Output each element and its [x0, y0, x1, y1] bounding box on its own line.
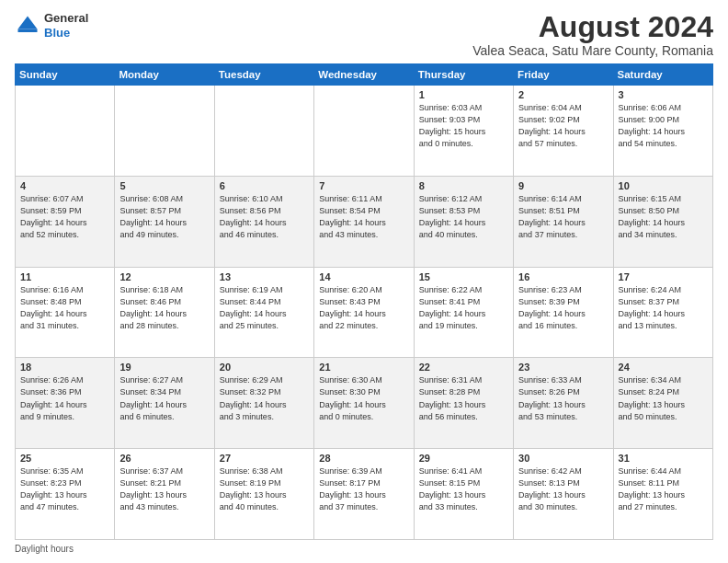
- calendar-cell: [214, 86, 313, 177]
- day-info: Sunrise: 6:23 AMSunset: 8:39 PMDaylight:…: [518, 284, 608, 332]
- weekday-header: Sunday: [16, 64, 115, 86]
- day-number: 29: [419, 453, 508, 464]
- calendar-cell: 3Sunrise: 6:06 AMSunset: 9:00 PMDaylight…: [613, 86, 712, 177]
- month-title: August 2024: [472, 11, 713, 43]
- calendar-cell: 5Sunrise: 6:08 AMSunset: 8:57 PMDaylight…: [115, 176, 214, 267]
- day-info: Sunrise: 6:11 AMSunset: 8:54 PMDaylight:…: [319, 193, 408, 241]
- day-number: 17: [619, 271, 708, 282]
- day-info: Sunrise: 6:26 AMSunset: 8:36 PMDaylight:…: [20, 374, 109, 422]
- day-info: Sunrise: 6:29 AMSunset: 8:32 PMDaylight:…: [220, 374, 309, 422]
- calendar-cell: 25Sunrise: 6:35 AMSunset: 8:23 PMDayligh…: [16, 449, 115, 540]
- logo-icon: [15, 13, 40, 39]
- day-info: Sunrise: 6:07 AMSunset: 8:59 PMDaylight:…: [20, 193, 109, 241]
- weekday-header: Saturday: [613, 64, 712, 86]
- day-info: Sunrise: 6:16 AMSunset: 8:48 PMDaylight:…: [20, 284, 109, 332]
- day-number: 1: [419, 89, 508, 100]
- title-block: August 2024 Valea Seaca, Satu Mare Count…: [472, 11, 713, 58]
- calendar-cell: 20Sunrise: 6:29 AMSunset: 8:32 PMDayligh…: [214, 358, 313, 449]
- calendar-cell: 28Sunrise: 6:39 AMSunset: 8:17 PMDayligh…: [314, 449, 414, 540]
- day-number: 19: [119, 362, 209, 373]
- calendar-cell: 21Sunrise: 6:30 AMSunset: 8:30 PMDayligh…: [314, 358, 414, 449]
- calendar-cell: 31Sunrise: 6:44 AMSunset: 8:11 PMDayligh…: [613, 449, 712, 540]
- day-number: 13: [220, 271, 309, 282]
- day-info: Sunrise: 6:41 AMSunset: 8:15 PMDaylight:…: [419, 465, 508, 513]
- calendar-cell: 6Sunrise: 6:10 AMSunset: 8:56 PMDaylight…: [214, 176, 313, 267]
- calendar-cell: 30Sunrise: 6:42 AMSunset: 8:13 PMDayligh…: [514, 449, 613, 540]
- calendar-cell: [115, 86, 214, 177]
- day-number: 4: [20, 180, 109, 191]
- day-info: Sunrise: 6:27 AMSunset: 8:34 PMDaylight:…: [119, 374, 209, 422]
- calendar-cell: 29Sunrise: 6:41 AMSunset: 8:15 PMDayligh…: [414, 449, 513, 540]
- day-number: 21: [319, 362, 408, 373]
- day-number: 10: [619, 180, 708, 191]
- calendar-cell: 15Sunrise: 6:22 AMSunset: 8:41 PMDayligh…: [414, 267, 513, 358]
- day-info: Sunrise: 6:24 AMSunset: 8:37 PMDaylight:…: [619, 284, 708, 332]
- day-info: Sunrise: 6:08 AMSunset: 8:57 PMDaylight:…: [119, 193, 209, 241]
- calendar-cell: 11Sunrise: 6:16 AMSunset: 8:48 PMDayligh…: [16, 267, 115, 358]
- footer-note: Daylight hours: [15, 544, 713, 554]
- day-info: Sunrise: 6:34 AMSunset: 8:24 PMDaylight:…: [619, 374, 708, 422]
- calendar-cell: 9Sunrise: 6:14 AMSunset: 8:51 PMDaylight…: [514, 176, 613, 267]
- day-number: 15: [419, 271, 508, 282]
- day-info: Sunrise: 6:19 AMSunset: 8:44 PMDaylight:…: [220, 284, 309, 332]
- svg-rect-1: [18, 29, 38, 32]
- calendar-cell: 18Sunrise: 6:26 AMSunset: 8:36 PMDayligh…: [16, 358, 115, 449]
- calendar: SundayMondayTuesdayWednesdayThursdayFrid…: [15, 63, 713, 540]
- day-number: 2: [518, 89, 608, 100]
- day-number: 18: [20, 362, 109, 373]
- day-info: Sunrise: 6:15 AMSunset: 8:50 PMDaylight:…: [619, 193, 708, 241]
- day-info: Sunrise: 6:30 AMSunset: 8:30 PMDaylight:…: [319, 374, 408, 422]
- calendar-cell: 23Sunrise: 6:33 AMSunset: 8:26 PMDayligh…: [514, 358, 613, 449]
- day-info: Sunrise: 6:14 AMSunset: 8:51 PMDaylight:…: [518, 193, 608, 241]
- day-number: 22: [419, 362, 508, 373]
- day-number: 6: [220, 180, 309, 191]
- weekday-header: Wednesday: [314, 64, 414, 86]
- day-number: 7: [319, 180, 408, 191]
- weekday-header: Friday: [514, 64, 613, 86]
- svg-marker-0: [18, 16, 38, 29]
- day-number: 9: [518, 180, 608, 191]
- day-info: Sunrise: 6:37 AMSunset: 8:21 PMDaylight:…: [119, 465, 209, 513]
- day-number: 28: [319, 453, 408, 464]
- day-number: 5: [119, 180, 209, 191]
- calendar-cell: 27Sunrise: 6:38 AMSunset: 8:19 PMDayligh…: [214, 449, 313, 540]
- day-number: 23: [518, 362, 608, 373]
- weekday-header: Monday: [115, 64, 214, 86]
- calendar-cell: [16, 86, 115, 177]
- calendar-cell: 10Sunrise: 6:15 AMSunset: 8:50 PMDayligh…: [613, 176, 712, 267]
- day-number: 26: [119, 453, 209, 464]
- calendar-cell: 7Sunrise: 6:11 AMSunset: 8:54 PMDaylight…: [314, 176, 414, 267]
- day-info: Sunrise: 6:10 AMSunset: 8:56 PMDaylight:…: [220, 193, 309, 241]
- day-info: Sunrise: 6:12 AMSunset: 8:53 PMDaylight:…: [419, 193, 508, 241]
- day-info: Sunrise: 6:35 AMSunset: 8:23 PMDaylight:…: [20, 465, 109, 513]
- day-number: 16: [518, 271, 608, 282]
- day-info: Sunrise: 6:06 AMSunset: 9:00 PMDaylight:…: [619, 102, 708, 150]
- day-info: Sunrise: 6:31 AMSunset: 8:28 PMDaylight:…: [419, 374, 508, 422]
- calendar-cell: 26Sunrise: 6:37 AMSunset: 8:21 PMDayligh…: [115, 449, 214, 540]
- day-number: 8: [419, 180, 508, 191]
- day-info: Sunrise: 6:42 AMSunset: 8:13 PMDaylight:…: [518, 465, 608, 513]
- day-info: Sunrise: 6:03 AMSunset: 9:03 PMDaylight:…: [419, 102, 508, 150]
- calendar-cell: 4Sunrise: 6:07 AMSunset: 8:59 PMDaylight…: [16, 176, 115, 267]
- day-number: 30: [518, 453, 608, 464]
- calendar-cell: 17Sunrise: 6:24 AMSunset: 8:37 PMDayligh…: [613, 267, 712, 358]
- day-info: Sunrise: 6:20 AMSunset: 8:43 PMDaylight:…: [319, 284, 408, 332]
- calendar-cell: [314, 86, 414, 177]
- day-number: 31: [619, 453, 708, 464]
- day-number: 12: [119, 271, 209, 282]
- calendar-cell: 16Sunrise: 6:23 AMSunset: 8:39 PMDayligh…: [514, 267, 613, 358]
- calendar-cell: 24Sunrise: 6:34 AMSunset: 8:24 PMDayligh…: [613, 358, 712, 449]
- weekday-header: Tuesday: [214, 64, 313, 86]
- calendar-cell: 19Sunrise: 6:27 AMSunset: 8:34 PMDayligh…: [115, 358, 214, 449]
- day-number: 3: [619, 89, 708, 100]
- day-info: Sunrise: 6:44 AMSunset: 8:11 PMDaylight:…: [619, 465, 708, 513]
- calendar-cell: 14Sunrise: 6:20 AMSunset: 8:43 PMDayligh…: [314, 267, 414, 358]
- weekday-header: Thursday: [414, 64, 513, 86]
- calendar-cell: 2Sunrise: 6:04 AMSunset: 9:02 PMDaylight…: [514, 86, 613, 177]
- day-info: Sunrise: 6:22 AMSunset: 8:41 PMDaylight:…: [419, 284, 508, 332]
- day-info: Sunrise: 6:39 AMSunset: 8:17 PMDaylight:…: [319, 465, 408, 513]
- day-info: Sunrise: 6:18 AMSunset: 8:46 PMDaylight:…: [119, 284, 209, 332]
- day-number: 11: [20, 271, 109, 282]
- day-number: 14: [319, 271, 408, 282]
- calendar-cell: 12Sunrise: 6:18 AMSunset: 8:46 PMDayligh…: [115, 267, 214, 358]
